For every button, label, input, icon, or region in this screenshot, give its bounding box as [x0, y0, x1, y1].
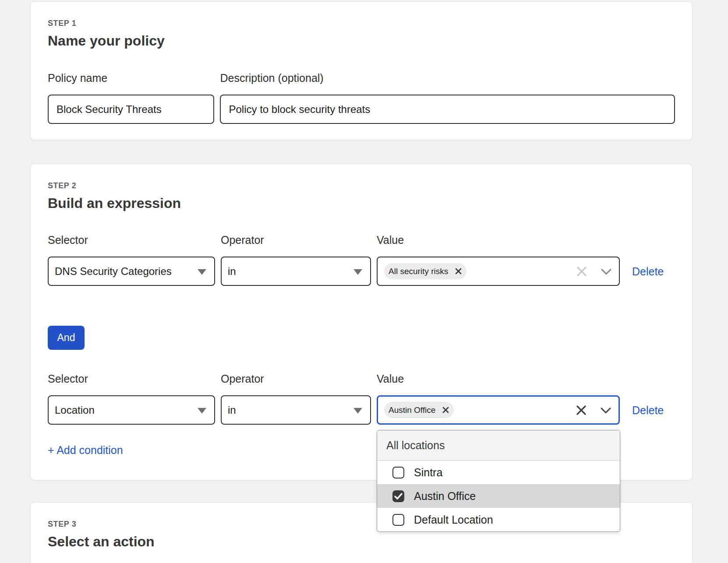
condition-row-2: Selector Location Operator in Value Aust…	[48, 372, 675, 425]
value-multiselect-2[interactable]: Austin Office	[377, 395, 620, 425]
clear-value-icon[interactable]	[576, 266, 587, 277]
step1-label: STEP 1	[48, 18, 675, 28]
checkbox[interactable]	[392, 514, 404, 526]
remove-tag-icon[interactable]	[442, 406, 449, 414]
dropdown-option-label: Sintra	[414, 466, 442, 479]
delete-condition-2-link[interactable]: Delete	[632, 404, 664, 417]
condition-row-1: Selector DNS Security Categories Operato…	[48, 233, 675, 286]
step2-title: Build an expression	[48, 195, 675, 211]
checkbox-checked[interactable]	[392, 490, 404, 502]
caret-down-icon	[353, 408, 362, 413]
add-condition-link[interactable]: + Add condition	[48, 443, 123, 457]
operator-label: Operator	[221, 233, 371, 246]
step1-card: STEP 1 Name your policy Policy name Desc…	[30, 1, 693, 140]
dropdown-option-label: Default Location	[414, 514, 493, 526]
selector-label: Selector	[48, 233, 215, 246]
remove-tag-icon[interactable]	[455, 267, 462, 275]
policy-name-input[interactable]	[48, 95, 214, 124]
description-label: Description (optional)	[220, 71, 675, 84]
selector-label: Selector	[48, 372, 215, 385]
operator-dropdown-1[interactable]: in	[221, 257, 371, 286]
step3-title: Select an action	[48, 533, 675, 550]
selector-dropdown-2[interactable]: Location	[48, 395, 215, 425]
dropdown-option-default-location[interactable]: Default Location	[377, 508, 620, 531]
policy-name-label: Policy name	[48, 71, 214, 84]
selector-value: Location	[55, 404, 95, 416]
value-label: Value	[377, 233, 620, 246]
dropdown-option-label: Austin Office	[414, 490, 476, 503]
value-label: Value	[377, 372, 620, 385]
chevron-down-icon[interactable]	[601, 268, 612, 275]
delete-condition-1-link[interactable]: Delete	[632, 265, 664, 278]
selector-dropdown-1[interactable]: DNS Security Categories	[48, 257, 215, 286]
operator-value: in	[228, 265, 236, 278]
description-input[interactable]	[220, 95, 675, 124]
operator-dropdown-2[interactable]: in	[221, 395, 371, 425]
caret-down-icon	[353, 269, 362, 274]
caret-down-icon	[198, 408, 206, 413]
and-button[interactable]: And	[48, 326, 85, 350]
step1-title: Name your policy	[48, 32, 675, 49]
chevron-down-icon[interactable]	[600, 407, 611, 414]
dropdown-option-austin-office[interactable]: Austin Office	[377, 484, 620, 508]
value-tag: Austin Office	[384, 402, 454, 418]
dropdown-option-sintra[interactable]: Sintra	[377, 461, 620, 484]
step2-label: STEP 2	[48, 181, 675, 190]
value-multiselect-1[interactable]: All security risks	[377, 257, 620, 286]
caret-down-icon	[198, 269, 206, 274]
checkbox[interactable]	[392, 467, 404, 479]
location-dropdown-panel: All locations Sintra Austin Office Defau…	[377, 430, 620, 532]
value-tag: All security risks	[384, 263, 466, 279]
dropdown-header-all-locations: All locations	[377, 430, 620, 461]
clear-value-icon[interactable]	[576, 405, 587, 416]
selector-value: DNS Security Categories	[55, 265, 172, 278]
operator-value: in	[228, 404, 236, 416]
operator-label: Operator	[221, 372, 371, 385]
